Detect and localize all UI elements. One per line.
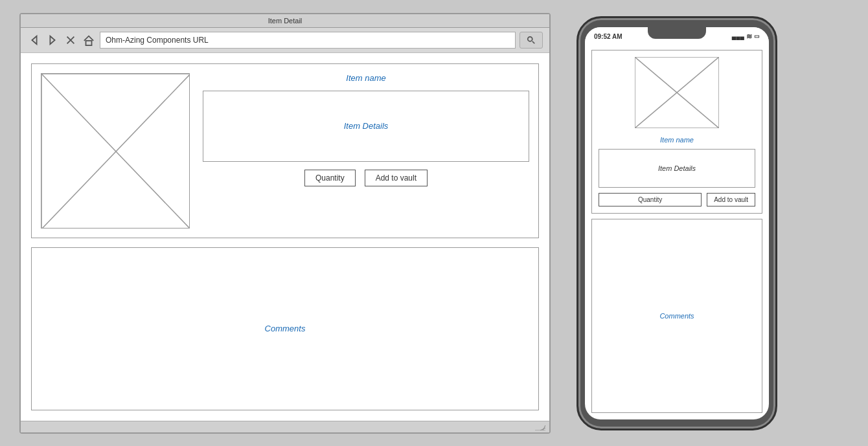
mobile-device: 09:52 AM ▄▄▄ ≋ ▭ Item name	[577, 16, 777, 430]
battery-icon: ▭	[754, 33, 760, 39]
browser-titlebar: Item Detail	[21, 14, 549, 28]
mobile-screen: 09:52 AM ▄▄▄ ≋ ▭ Item name	[585, 27, 769, 419]
svg-rect-4	[86, 40, 92, 45]
wifi-icon: ≋	[746, 32, 752, 41]
item-details-box: Item Details	[203, 91, 529, 162]
status-icons: ▄▄▄ ≋ ▭	[732, 32, 760, 41]
url-bar[interactable]	[100, 32, 516, 49]
mobile-comments-label: Comments	[659, 312, 694, 320]
item-actions-row: Quantity Add to vault	[304, 170, 428, 186]
close-button[interactable]	[63, 33, 78, 47]
item-image	[41, 73, 190, 229]
item-details-label: Item Details	[344, 121, 389, 131]
browser-window: Item Detail	[19, 13, 551, 434]
item-info-column: Item name Item Details Quantity Add to v…	[203, 73, 529, 229]
browser-title: Item Detail	[268, 17, 303, 25]
search-button[interactable]	[520, 32, 543, 49]
item-name-label: Item name	[346, 73, 385, 83]
mobile-add-to-vault-button[interactable]: Add to vault	[707, 193, 755, 206]
mobile-item-details-box: Item Details	[599, 149, 755, 188]
signal-icon: ▄▄▄	[732, 33, 744, 39]
mobile-item-top-section: Item name Item Details Quantity Add to v…	[591, 50, 762, 214]
mobile-notch	[648, 27, 706, 39]
svg-marker-0	[32, 36, 36, 44]
browser-toolbar	[21, 28, 549, 53]
quantity-button[interactable]: Quantity	[304, 170, 356, 186]
svg-point-5	[528, 36, 532, 41]
resize-icon	[535, 423, 545, 430]
mobile-item-details-label: Item Details	[658, 164, 696, 172]
mobile-item-name-label: Item name	[660, 136, 694, 144]
home-button[interactable]	[82, 33, 96, 47]
mobile-time: 09:52 AM	[594, 33, 622, 40]
forward-button[interactable]	[45, 33, 60, 47]
mobile-item-image	[635, 57, 719, 131]
comments-label: Comments	[265, 324, 306, 333]
browser-content: Item name Item Details Quantity Add to v…	[21, 53, 549, 421]
back-button[interactable]	[27, 33, 41, 47]
browser-statusbar	[21, 421, 549, 432]
mobile-comments-section: Comments	[591, 219, 762, 413]
svg-line-6	[532, 41, 535, 43]
item-top-section: Item name Item Details Quantity Add to v…	[31, 63, 539, 238]
svg-marker-1	[50, 36, 54, 44]
mobile-quantity-button[interactable]: Quantity	[599, 193, 702, 206]
mobile-content: Item name Item Details Quantity Add to v…	[585, 43, 769, 419]
comments-section: Comments	[31, 247, 539, 410]
add-to-vault-button[interactable]: Add to vault	[365, 170, 428, 186]
mobile-actions-row: Quantity Add to vault	[599, 193, 755, 206]
